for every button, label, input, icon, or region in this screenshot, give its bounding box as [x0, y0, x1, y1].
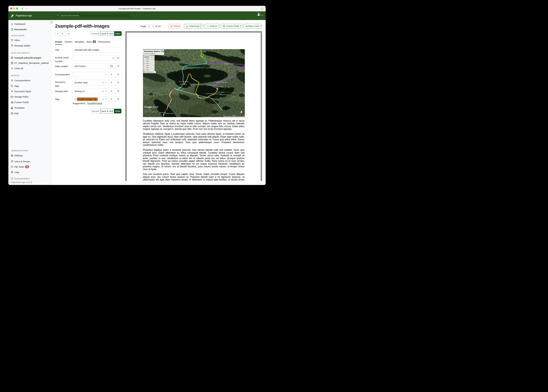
svg-text:#: # [11, 90, 13, 93]
svg-text:Image © 2017 DigitalGlobe: Image © 2017 DigitalGlobe [144, 111, 157, 112]
svg-text:Canoe Island: Canoe Island [206, 93, 213, 94]
svg-text:Gary Island: Gary Island [180, 84, 187, 85]
svg-text:Day 3: Day 3 [146, 63, 149, 64]
svg-text:Legend: Legend [144, 56, 149, 58]
svg-text:Boundary Waters Trip: Boundary Waters Trip [144, 50, 164, 52]
svg-text:Day 4: Day 4 [146, 65, 149, 66]
svg-text:Charlies Island: Charlies Island [165, 113, 173, 114]
svg-text:© 2017 Google: © 2017 Google [144, 109, 151, 111]
svg-text:Six days in BWCA: Six days in BWCA [144, 53, 156, 54]
svg-text:Google Earth: Google Earth [144, 105, 159, 108]
svg-text:Lincoln Island: Lincoln Island [216, 91, 224, 93]
svg-text:Squirrel Island: Squirrel Island [220, 94, 229, 95]
svg-text:3 mi: 3 mi [232, 115, 235, 117]
svg-text:N: N [239, 113, 241, 116]
svg-text:Indian Grave Island: Indian Grave Island [216, 81, 228, 83]
svg-text:Day 2: Day 2 [146, 60, 149, 62]
svg-text:Day 6: Day 6 [146, 69, 149, 70]
svg-text:Hausons Island: Hausons Island [224, 63, 233, 64]
svg-text:Half Dog Island: Half Dog Island [208, 84, 216, 86]
svg-text:Day 1: Day 1 [146, 58, 149, 60]
svg-text:Entry Point 24: Entry Point 24 [146, 71, 153, 73]
svg-text:New York Island: New York Island [179, 81, 188, 82]
svg-text:Day 5: Day 5 [146, 67, 149, 68]
svg-text:Washington Island: Washington Island [213, 86, 223, 88]
svg-text:Text: Text [192, 91, 195, 93]
